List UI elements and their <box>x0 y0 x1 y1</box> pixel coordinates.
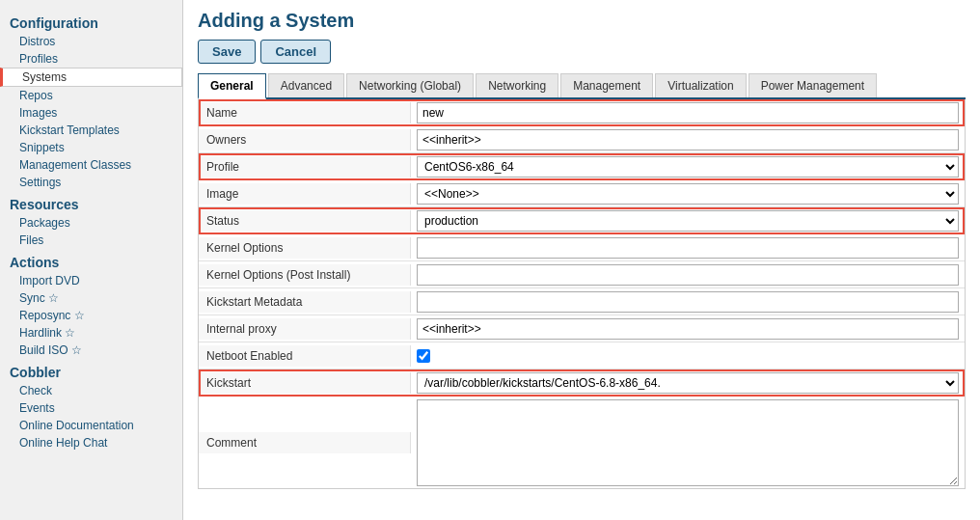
tab-general[interactable]: General <box>198 73 266 99</box>
sidebar-item-distros[interactable]: Distros <box>0 33 182 50</box>
sidebar-item-check[interactable]: Check <box>0 382 182 399</box>
input-kernel-options[interactable] <box>417 237 959 259</box>
field-value-internal-proxy <box>411 316 965 342</box>
field-label-profile: Profile <box>199 156 411 178</box>
page-title: Adding a System <box>198 10 966 32</box>
tab-networking[interactable]: Networking <box>476 73 558 97</box>
field-value-kernel-options <box>411 235 965 260</box>
sidebar-item-settings[interactable]: Settings <box>0 174 182 191</box>
input-name[interactable] <box>417 102 959 123</box>
field-value-netboot-enabled <box>411 347 965 365</box>
main-content: Adding a System Save Cancel GeneralAdvan… <box>183 0 980 520</box>
form-row-netboot-enabled: Netboot Enabled <box>199 342 965 369</box>
field-label-kernel-options: Kernel Options <box>199 237 411 259</box>
input-kickstart-metadata[interactable] <box>417 291 959 313</box>
sidebar-item-sync-☆[interactable]: Sync ☆ <box>0 289 182 307</box>
sidebar: Configuration DistrosProfilesSystemsRepo… <box>0 0 183 520</box>
tab-management[interactable]: Management <box>560 73 653 97</box>
field-value-comment <box>411 397 965 488</box>
form-row-kickstart: Kickstart/var/lib/cobbler/kickstarts/Cen… <box>199 369 965 397</box>
cancel-button[interactable]: Cancel <box>260 40 331 64</box>
sidebar-item-packages[interactable]: Packages <box>0 214 182 232</box>
tab-bar: GeneralAdvancedNetworking (Global)Networ… <box>198 73 966 99</box>
form-row-status: Statusproduction <box>199 207 965 234</box>
tab-power-management[interactable]: Power Management <box>749 73 877 97</box>
form-row-kernel-options--post-install-: Kernel Options (Post Install) <box>199 261 965 288</box>
field-label-kickstart-metadata: Kickstart Metadata <box>199 291 411 313</box>
sidebar-item-files[interactable]: Files <box>0 232 182 249</box>
sidebar-item-repos[interactable]: Repos <box>0 87 182 104</box>
sidebar-item-import-dvd[interactable]: Import DVD <box>0 272 182 289</box>
sidebar-item-reposync-☆[interactable]: Reposync ☆ <box>0 307 182 324</box>
select-profile[interactable]: CentOS6-x86_64 <box>417 156 959 178</box>
select-image[interactable]: <<None>> <box>417 183 959 205</box>
input-kernel-options--post-install-[interactable] <box>417 264 959 286</box>
form-panel: NameOwnersProfileCentOS6-x86_64Image<<No… <box>198 99 966 489</box>
field-value-image: <<None>> <box>411 181 965 206</box>
sidebar-item-hardlink-☆[interactable]: Hardlink ☆ <box>0 324 182 342</box>
field-label-name: Name <box>199 102 411 123</box>
sidebar-item-snippets[interactable]: Snippets <box>0 139 182 156</box>
select-status[interactable]: production <box>417 210 959 232</box>
sidebar-item-online-documentation[interactable]: Online Documentation <box>0 417 182 434</box>
tab-virtualization[interactable]: Virtualization <box>655 73 746 97</box>
resources-section: Resources <box>0 191 182 214</box>
form-row-image: Image<<None>> <box>199 180 965 207</box>
form-row-comment: Comment <box>199 397 965 488</box>
sidebar-item-events[interactable]: Events <box>0 399 182 417</box>
cobbler-section: Cobbler <box>0 359 182 382</box>
select-kickstart[interactable]: /var/lib/cobbler/kickstarts/CentOS-6.8-x… <box>417 372 959 394</box>
sidebar-item-online-help-chat[interactable]: Online Help Chat <box>0 434 182 452</box>
form-row-internal-proxy: Internal proxy <box>199 315 965 342</box>
actions-section: Actions <box>0 249 182 272</box>
field-label-comment: Comment <box>199 432 411 453</box>
field-value-kickstart: /var/lib/cobbler/kickstarts/CentOS-6.8-x… <box>411 370 965 396</box>
sidebar-item-kickstart-templates[interactable]: Kickstart Templates <box>0 122 182 139</box>
sidebar-item-build-iso-☆[interactable]: Build ISO ☆ <box>0 342 182 359</box>
sidebar-item-profiles[interactable]: Profiles <box>0 50 182 68</box>
configuration-section: Configuration <box>0 10 182 33</box>
field-label-owners: Owners <box>199 129 411 151</box>
input-internal-proxy[interactable] <box>417 318 959 340</box>
tab-networking--global-[interactable]: Networking (Global) <box>346 73 474 97</box>
field-label-image: Image <box>199 183 411 205</box>
save-button[interactable]: Save <box>198 40 256 64</box>
sidebar-item-systems[interactable]: Systems <box>0 68 182 87</box>
field-value-profile: CentOS6-x86_64 <box>411 154 965 179</box>
sidebar-item-images[interactable]: Images <box>0 104 182 122</box>
sidebar-item-management-classes[interactable]: Management Classes <box>0 156 182 174</box>
field-label-kernel-options--post-install-: Kernel Options (Post Install) <box>199 264 411 286</box>
input-owners[interactable] <box>417 129 959 151</box>
tab-advanced[interactable]: Advanced <box>268 73 344 97</box>
field-label-netboot-enabled: Netboot Enabled <box>199 345 411 367</box>
field-value-name <box>411 100 965 125</box>
button-bar: Save Cancel <box>198 40 966 64</box>
field-label-kickstart: Kickstart <box>199 372 411 394</box>
form-row-kernel-options: Kernel Options <box>199 234 965 261</box>
field-value-kernel-options--post-install- <box>411 262 965 287</box>
field-label-internal-proxy: Internal proxy <box>199 318 411 340</box>
form-row-profile: ProfileCentOS6-x86_64 <box>199 153 965 180</box>
checkbox-netboot-enabled[interactable] <box>417 349 430 363</box>
textarea-comment[interactable] <box>417 399 959 486</box>
field-value-status: production <box>411 208 965 233</box>
form-row-kickstart-metadata: Kickstart Metadata <box>199 288 965 315</box>
form-row-name: Name <box>199 99 965 126</box>
field-value-kickstart-metadata <box>411 289 965 315</box>
field-value-owners <box>411 127 965 152</box>
form-row-owners: Owners <box>199 126 965 153</box>
field-label-status: Status <box>199 210 411 232</box>
